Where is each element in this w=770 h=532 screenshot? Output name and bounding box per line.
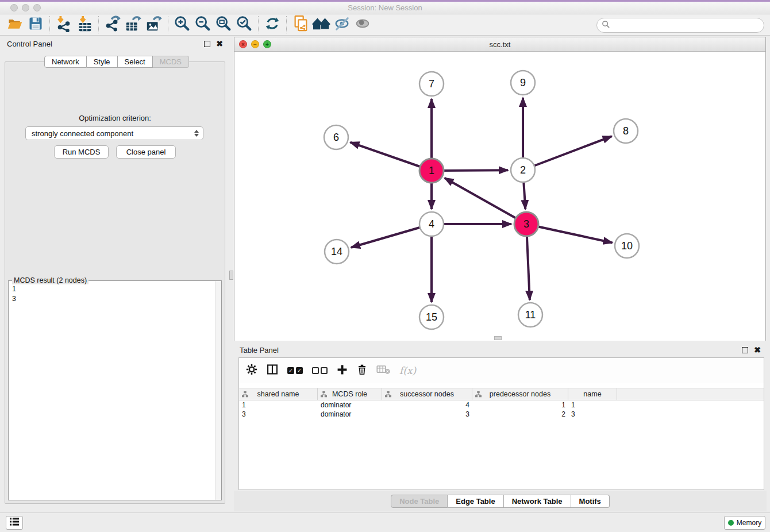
export-image-button[interactable] xyxy=(144,15,164,34)
import-network-button[interactable] xyxy=(53,15,74,34)
cell-name[interactable]: 1 xyxy=(568,400,617,410)
export-network-button[interactable] xyxy=(102,15,123,34)
search-icon xyxy=(602,20,610,31)
add-column-button[interactable] xyxy=(337,364,348,377)
home-view-button[interactable] xyxy=(311,15,332,34)
task-history-button[interactable] xyxy=(6,516,23,530)
split-column-button[interactable] xyxy=(267,364,278,377)
zoom-selected-icon xyxy=(236,15,253,34)
network-maximize-button[interactable]: + xyxy=(263,40,271,48)
network-minimize-button[interactable]: − xyxy=(251,40,259,48)
open-session-button[interactable] xyxy=(5,15,25,34)
save-session-button[interactable] xyxy=(25,15,46,34)
table-row[interactable]: 3dominator323 xyxy=(239,410,764,419)
column-header-shared-name[interactable]: shared name xyxy=(239,388,318,400)
cell-predecessor-nodes[interactable]: 1 xyxy=(472,400,568,410)
cell-MCDS-role[interactable]: dominator xyxy=(318,400,382,410)
float-panel-icon[interactable] xyxy=(204,41,210,47)
mcds-result-box: MCDS result (2 nodes) 1 3 xyxy=(8,280,222,500)
cell-shared-name[interactable]: 1 xyxy=(239,400,318,410)
optimization-criterion-select[interactable]: strongly connected component xyxy=(25,126,203,140)
toolbar-separator xyxy=(98,16,99,33)
table-settings-gear-button[interactable] xyxy=(246,364,257,377)
select-all-columns-button[interactable]: ✓ ✓ xyxy=(287,367,303,374)
homes-icon xyxy=(312,16,330,34)
cell-successor-nodes[interactable]: 4 xyxy=(382,400,472,410)
run-mcds-button[interactable]: Run MCDS xyxy=(54,145,109,159)
graph-node-label-2: 2 xyxy=(520,164,526,176)
column-header-successor-nodes[interactable]: successor nodes xyxy=(382,388,472,400)
task-list-icon xyxy=(9,517,20,529)
function-builder-button-disabled: f(x) xyxy=(399,365,416,376)
vertical-splitter-handle[interactable] xyxy=(229,271,233,280)
column-header-predecessor-nodes[interactable]: predecessor nodes xyxy=(472,388,568,400)
table-panel-title: Table Panel xyxy=(240,346,279,354)
export-table-button[interactable] xyxy=(123,15,144,34)
column-header-name[interactable]: name xyxy=(568,388,617,400)
graph-node-label-1: 1 xyxy=(429,165,434,176)
cell-name[interactable]: 3 xyxy=(568,410,617,419)
zoom-out-button[interactable] xyxy=(192,15,213,34)
zoom-selected-button[interactable] xyxy=(234,15,255,34)
import-network-icon xyxy=(55,15,72,34)
export-network-icon xyxy=(104,15,121,34)
cell-shared-name[interactable]: 3 xyxy=(239,410,318,419)
network-canvas[interactable]: 7968124314101511 xyxy=(234,52,765,341)
deselect-all-columns-button[interactable] xyxy=(312,367,328,374)
tab-edge-table[interactable]: Edge Table xyxy=(448,495,503,508)
cell-predecessor-nodes[interactable]: 2 xyxy=(472,410,568,419)
horizontal-splitter-handle[interactable] xyxy=(494,336,502,340)
optimization-criterion-label: Optimization criterion: xyxy=(0,114,230,122)
tab-network[interactable]: Network xyxy=(44,56,87,68)
memory-button[interactable]: Memory xyxy=(724,516,765,530)
zoom-fit-icon xyxy=(215,15,232,34)
zoom-fit-button[interactable] xyxy=(213,15,234,34)
close-panel-icon[interactable]: ✖ xyxy=(216,41,223,47)
cell-MCDS-role[interactable]: dominator xyxy=(318,410,382,419)
memory-label: Memory xyxy=(737,519,761,527)
graph-edge-3-1[interactable] xyxy=(445,178,526,224)
import-table-button[interactable] xyxy=(74,15,95,34)
graph-edge-3-10[interactable] xyxy=(526,224,613,242)
window-titlebar: Session: New Session xyxy=(0,2,770,14)
close-panel-button[interactable]: Close panel xyxy=(116,145,176,159)
control-panel: Control Panel ✖ NetworkStyleSelectMCDS O… xyxy=(0,36,230,504)
memory-status-icon xyxy=(728,520,734,526)
column-header-MCDS-role[interactable]: MCDS role xyxy=(318,388,382,400)
network-window-titlebar[interactable]: scc.txt × − + xyxy=(234,37,765,52)
tab-network-table[interactable]: Network Table xyxy=(504,495,571,508)
graph-node-label-7: 7 xyxy=(429,78,434,90)
zoom-in-button[interactable] xyxy=(172,15,192,34)
zoom-out-icon xyxy=(194,15,211,34)
refresh-view-button[interactable] xyxy=(262,15,283,34)
control-panel-tabs: NetworkStyleSelectMCDS xyxy=(44,56,189,68)
delete-table-button-disabled xyxy=(376,364,390,377)
show-all-button[interactable] xyxy=(352,15,373,34)
graph-node-label-15: 15 xyxy=(426,311,437,323)
tab-node-table[interactable]: Node Table xyxy=(391,495,448,508)
network-close-button[interactable]: × xyxy=(239,40,247,48)
float-table-panel-icon[interactable] xyxy=(742,347,748,353)
search-field[interactable] xyxy=(596,18,764,33)
close-table-panel-icon[interactable]: ✖ xyxy=(754,347,761,353)
control-panel-title: Control Panel xyxy=(7,40,52,48)
network-from-file-button[interactable] xyxy=(290,15,311,34)
tab-select[interactable]: Select xyxy=(118,56,153,68)
graph-node-label-14: 14 xyxy=(331,246,342,257)
checked-box-icon: ✓ xyxy=(287,367,294,374)
cell-successor-nodes[interactable]: 3 xyxy=(382,410,472,419)
tab-mcds[interactable]: MCDS xyxy=(153,56,189,68)
delete-table-icon xyxy=(376,364,390,377)
delete-column-button[interactable] xyxy=(357,364,367,377)
result-scrollbar[interactable] xyxy=(215,281,221,500)
graph-node-label-9: 9 xyxy=(520,77,526,88)
graph-edge-2-8[interactable] xyxy=(523,136,612,170)
tab-motifs[interactable]: Motifs xyxy=(571,495,610,508)
table-row[interactable]: 1dominator411 xyxy=(239,400,764,410)
plus-icon xyxy=(337,364,348,377)
toolbar-separator xyxy=(168,16,168,33)
graph-node-label-8: 8 xyxy=(623,125,629,137)
hide-selected-button[interactable] xyxy=(332,15,352,34)
tab-style[interactable]: Style xyxy=(87,56,118,68)
mcds-result-text[interactable]: 1 3 xyxy=(9,282,214,500)
